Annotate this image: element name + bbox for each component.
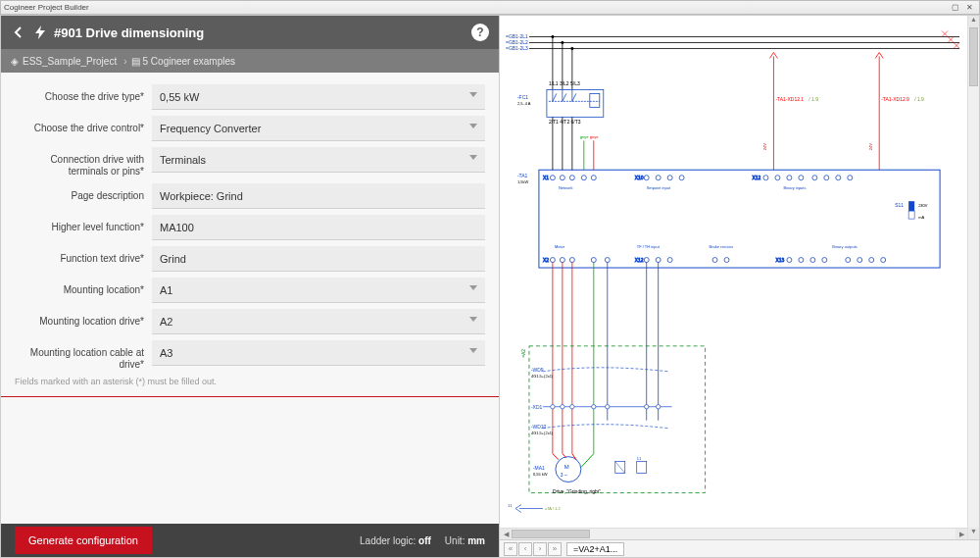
form-area: Choose the drive type*0,55 kWChoose the … — [1, 73, 499, 524]
window-maximize-icon[interactable]: ▢ — [949, 3, 962, 12]
svg-point-109 — [592, 405, 596, 409]
label-ta1: -TA1 — [517, 173, 528, 178]
svg-text:Network: Network — [559, 185, 573, 190]
svg-text:230V: 230V — [918, 203, 928, 208]
svg-point-43 — [550, 176, 555, 180]
svg-point-14 — [571, 47, 573, 49]
scroll-down-icon[interactable]: ▼ — [968, 528, 979, 539]
field-label: Connection drive with terminals or pins* — [15, 147, 152, 178]
scroll-left-icon[interactable]: ◀ — [500, 529, 512, 539]
breadcrumb: ◈ ESS_Sample_Project › ▤ 5 Cogineer exam… — [1, 49, 499, 73]
preview-tab[interactable]: =VA2+A1... — [566, 542, 624, 556]
scroll-right-icon[interactable]: ▶ — [956, 529, 967, 539]
svg-point-75 — [605, 258, 610, 263]
schematic-canvas[interactable]: =GB1-2L1 =GB1-2L2 =GB1-2L3 — [500, 16, 979, 539]
svg-point-71 — [550, 258, 555, 263]
text-field[interactable]: Grind — [152, 246, 485, 272]
svg-text:=A2: =A2 — [520, 349, 526, 358]
svg-text:2,5..4 A: 2,5..4 A — [517, 101, 531, 106]
s11-block: S11 230V mA — [895, 201, 928, 220]
svg-rect-123 — [637, 462, 647, 474]
svg-point-59 — [824, 176, 829, 180]
svg-text:Setpoint input: Setpoint input — [647, 185, 671, 190]
select-field[interactable]: 0,55 kW — [152, 84, 485, 110]
bolt-icon — [32, 25, 48, 39]
svg-text:X12: X12 — [752, 175, 760, 180]
generate-button[interactable]: Generate configuration — [15, 527, 152, 554]
svg-point-52 — [679, 176, 684, 180]
horizontal-scrollbar[interactable]: ◀ ▶ — [500, 528, 967, 539]
text-field[interactable]: MA100 — [152, 215, 485, 240]
field-label: Mounting location drive* — [15, 309, 152, 328]
tab-prev-icon[interactable]: ‹ — [518, 542, 532, 556]
field-value: Workpiece: Grind — [160, 190, 243, 202]
svg-text:11: 11 — [637, 456, 642, 461]
breaker-fc1: 1/L1 3/L2 5/L3 2/T1 4/T2 6/T3 — [547, 80, 604, 125]
select-field[interactable]: A1 — [152, 278, 485, 303]
panel-footer: Generate configuration Ladder logic: off… — [1, 524, 499, 557]
svg-point-80 — [712, 258, 717, 263]
field-label: Mounting location* — [15, 278, 152, 296]
window-close-icon[interactable]: ✕ — [962, 3, 976, 12]
scroll-thumb[interactable] — [512, 530, 590, 538]
svg-point-78 — [656, 258, 661, 263]
svg-text:Binary inputs: Binary inputs — [783, 185, 806, 190]
help-button[interactable]: ? — [471, 24, 489, 41]
breadcrumb-project[interactable]: ESS_Sample_Project — [23, 56, 117, 67]
svg-line-124 — [615, 462, 625, 474]
breadcrumb-page[interactable]: 5 Cogineer examples — [143, 56, 236, 67]
select-field[interactable]: A2 — [152, 309, 485, 334]
svg-point-72 — [560, 258, 564, 263]
text-field[interactable]: Workpiece: Grind — [152, 183, 485, 209]
select-field[interactable]: Terminals — [152, 147, 485, 173]
svg-point-47 — [591, 176, 596, 180]
back-icon[interactable] — [11, 26, 26, 38]
required-note: Fields marked with an asterisk (*) must … — [15, 377, 485, 386]
svg-text:3 ~: 3 ~ — [561, 472, 567, 478]
svg-text:24V: 24V — [868, 143, 873, 150]
svg-point-58 — [812, 176, 817, 180]
vertical-scrollbar[interactable]: ▲ ▼ — [967, 16, 979, 539]
tab-next-icon[interactable]: › — [533, 542, 547, 556]
chevron-down-icon — [469, 92, 477, 97]
svg-text:=TA / 1.2: =TA / 1.2 — [545, 507, 562, 512]
label-xd1: -XD1 — [531, 404, 543, 410]
field-label: Higher level function* — [15, 215, 152, 233]
svg-point-83 — [787, 258, 792, 263]
select-field[interactable]: A3 — [152, 340, 485, 366]
label-ma1: -MA1 — [533, 465, 545, 471]
svg-text:1,5kW: 1,5kW — [517, 179, 529, 184]
field-label: Choose the drive type* — [15, 84, 152, 103]
tab-last-icon[interactable]: » — [548, 542, 562, 556]
svg-point-84 — [799, 258, 804, 263]
svg-point-107 — [561, 405, 564, 409]
svg-line-19 — [563, 93, 566, 101]
form-row: Mounting location*A1 — [15, 278, 485, 303]
svg-text:4G1,5+(2x1): 4G1,5+(2x1) — [531, 374, 554, 379]
svg-text:X10: X10 — [635, 175, 644, 180]
field-value: A2 — [160, 316, 172, 328]
scroll-up-icon[interactable]: ▲ — [968, 16, 979, 27]
svg-line-120 — [581, 454, 594, 468]
unit-status: Unit: mm — [445, 535, 485, 546]
svg-point-90 — [881, 258, 886, 263]
page-icon: ▤ — [131, 56, 140, 67]
svg-text:TF / TH input: TF / TH input — [637, 244, 661, 249]
svg-text:Motor: Motor — [555, 244, 565, 249]
project-icon: ◈ — [11, 56, 19, 67]
field-label: Page description — [15, 183, 152, 202]
select-field[interactable]: Frequency Converter — [152, 116, 485, 141]
svg-point-112 — [656, 405, 660, 409]
svg-point-60 — [836, 176, 841, 180]
tab-first-icon[interactable]: « — [504, 542, 517, 556]
svg-point-106 — [551, 405, 555, 409]
scroll-thumb[interactable] — [969, 27, 978, 86]
svg-text:M: M — [564, 464, 569, 470]
svg-rect-66 — [908, 211, 914, 219]
svg-text:2/T1  4/T2  6/T3: 2/T1 4/T2 6/T3 — [549, 119, 581, 125]
svg-point-46 — [581, 176, 586, 180]
svg-point-111 — [644, 405, 648, 409]
form-row: Choose the drive control*Frequency Conve… — [15, 116, 485, 141]
svg-rect-23 — [590, 93, 600, 107]
field-value: Frequency Converter — [160, 123, 261, 134]
